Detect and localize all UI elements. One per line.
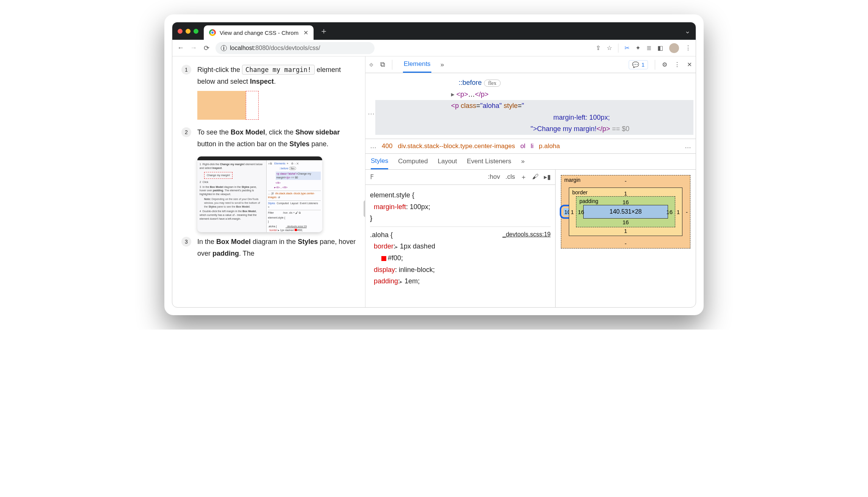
step-text: In the Box Model diagram in the Styles p…: [197, 236, 356, 259]
dom-tree[interactable]: ::beforeflex ▸ <p>…</p> ⋯ <p class="aloh…: [365, 73, 696, 139]
site-info-icon[interactable]: i: [221, 45, 227, 51]
messages-count: 1: [642, 61, 645, 68]
styles-filter-input[interactable]: [370, 173, 385, 181]
screenshot-thumbnail: 1 Right-click the Change my margin! elem…: [197, 156, 322, 232]
subtab-computed[interactable]: Computed: [398, 154, 428, 169]
source-link[interactable]: _devtools.scss:19: [503, 229, 551, 239]
step-number: 2: [181, 127, 191, 137]
bm-content-size[interactable]: 140.531×28: [583, 205, 668, 219]
flex-badge[interactable]: flex: [484, 80, 501, 87]
dom-pseudo: ::before: [459, 79, 482, 86]
bm-margin-label: margin: [564, 177, 581, 183]
url-host: localhost:: [230, 45, 256, 51]
crumb-item[interactable]: 400: [382, 142, 392, 150]
step-text: To see the Box Model, click the Show sid…: [197, 127, 356, 150]
subtab-styles[interactable]: Styles: [371, 154, 388, 169]
panel-icon[interactable]: ◧: [657, 44, 663, 52]
demo-target[interactable]: [246, 91, 259, 120]
settings-gear-icon[interactable]: ⚙: [662, 61, 667, 68]
browser-window: View and change CSS - Chrom ✕ ＋ ⌄ ← → ⟳ …: [172, 22, 696, 308]
device-toggle-icon[interactable]: ⧉: [380, 61, 385, 69]
scissors-icon[interactable]: ✂: [624, 44, 629, 52]
bm-padding-left[interactable]: 16: [578, 208, 584, 215]
devtools-kebab-icon[interactable]: ⋮: [674, 61, 680, 68]
rule-aloha[interactable]: _devtools.scss:19 .aloha { border:▸ 1px …: [370, 227, 551, 289]
color-swatch[interactable]: [381, 256, 386, 261]
nav-back-icon[interactable]: ←: [177, 44, 184, 52]
crumb-item[interactable]: div.stack.stack--block.type.center-image…: [398, 142, 515, 150]
sidebar-toggle-icon[interactable]: ▸▮: [544, 173, 551, 181]
bm-padding-label: padding: [579, 198, 598, 204]
devtools-toolbar: ⟐ ⧉ Elements » 💬1 ⚙ ⋮ ✕: [365, 56, 696, 73]
rule-element-style[interactable]: element.style { margin-left: 100px; }: [370, 187, 551, 227]
kebab-menu-icon[interactable]: ⋮: [685, 44, 691, 52]
bm-margin-bottom[interactable]: -: [625, 240, 627, 247]
code-element: Change my margin!: [242, 65, 315, 75]
scrollbar-thumb[interactable]: [364, 200, 365, 217]
tabs-overflow-icon[interactable]: »: [440, 57, 445, 72]
chrome-logo-icon: [209, 29, 216, 36]
bm-border-bottom[interactable]: 1: [624, 228, 627, 234]
cls-toggle[interactable]: .cls: [506, 173, 515, 181]
messages-badge[interactable]: 💬1: [629, 60, 648, 69]
crumb-item[interactable]: ol: [520, 142, 525, 150]
bm-border-label: border: [572, 189, 587, 195]
doc-pane: 1 Right-click the Change my margin! elem…: [172, 56, 365, 307]
browser-toolbar: ← → ⟳ i localhost:8080/docs/devtools/css…: [172, 40, 696, 56]
dom-actions-icon[interactable]: ⋯: [368, 108, 375, 120]
url-path: 8080/docs/devtools/css/: [256, 45, 320, 51]
devtools-close-icon[interactable]: ✕: [687, 61, 692, 68]
devtools-pane: ⟐ ⧉ Elements » 💬1 ⚙ ⋮ ✕: [365, 56, 696, 307]
tab-title: View and change CSS - Chrom: [220, 30, 298, 36]
bookmark-icon[interactable]: ☆: [607, 44, 612, 52]
extensions-icon[interactable]: ✦: [635, 44, 640, 52]
brush-icon[interactable]: 🖌: [532, 173, 539, 181]
nav-forward-icon[interactable]: →: [190, 44, 197, 52]
new-rule-icon[interactable]: ＋: [520, 173, 527, 181]
browser-tab[interactable]: View and change CSS - Chrom ✕: [204, 25, 314, 40]
bm-border-left[interactable]: 1: [571, 208, 574, 215]
bm-border-top[interactable]: 1: [624, 190, 627, 197]
new-tab-button[interactable]: ＋: [320, 25, 328, 37]
styles-subtabs: Styles Computed Layout Event Listeners »: [365, 154, 696, 170]
bm-padding-right[interactable]: 16: [666, 208, 673, 215]
demo-margin-area: [197, 91, 246, 120]
styles-panel: :hov .cls ＋ 🖌 ▸▮ element.style { margin-…: [365, 170, 556, 307]
share-icon[interactable]: ⇪: [596, 44, 601, 52]
crumb-item[interactable]: p.aloha: [539, 142, 560, 150]
subtab-layout[interactable]: Layout: [438, 154, 457, 169]
inspect-icon[interactable]: ⟐: [369, 61, 373, 69]
titlebar: View and change CSS - Chrom ✕ ＋ ⌄: [172, 22, 696, 40]
breadcrumbs[interactable]: … 400 div.stack.stack--block.type.center…: [365, 139, 696, 154]
bm-padding-top[interactable]: 16: [623, 199, 629, 205]
dom-selected-node[interactable]: <p class="aloha" style=" margin-left: 10…: [375, 100, 693, 135]
bm-padding-bottom[interactable]: 16: [623, 219, 629, 225]
step-number: 1: [181, 65, 191, 75]
chat-icon: 💬: [632, 61, 639, 68]
styles-filter-bar: :hov .cls ＋ 🖌 ▸▮: [365, 170, 555, 185]
box-model-diagram[interactable]: margin - - - 100 border 1 1 1: [556, 170, 696, 307]
window-close-dot[interactable]: [178, 29, 183, 34]
bm-border-right[interactable]: 1: [677, 208, 680, 215]
step-number: 3: [181, 237, 191, 247]
subtab-event-listeners[interactable]: Event Listeners: [467, 154, 511, 169]
reading-list-icon[interactable]: ≣: [646, 44, 651, 52]
subtabs-overflow-icon[interactable]: »: [521, 154, 525, 169]
crumb-ellipsis[interactable]: …: [370, 142, 376, 150]
crumb-ellipsis[interactable]: …: [685, 142, 691, 150]
window-min-dot[interactable]: [186, 29, 190, 34]
nav-reload-icon[interactable]: ⟳: [203, 44, 210, 52]
address-bar[interactable]: i localhost:8080/docs/devtools/css/: [215, 42, 375, 54]
window-max-dot[interactable]: [194, 29, 198, 34]
crumb-item[interactable]: li: [531, 142, 534, 150]
tab-close-icon[interactable]: ✕: [303, 29, 308, 36]
bm-margin-right[interactable]: -: [686, 208, 688, 215]
tabs-overflow-icon[interactable]: ⌄: [685, 27, 690, 35]
profile-avatar[interactable]: [669, 43, 679, 53]
demo-element[interactable]: [197, 91, 356, 120]
hov-toggle[interactable]: :hov: [488, 173, 500, 181]
bm-margin-top[interactable]: -: [625, 178, 627, 184]
step-text: Right-click the Change my margin! elemen…: [197, 64, 356, 87]
tab-elements[interactable]: Elements: [403, 56, 431, 73]
